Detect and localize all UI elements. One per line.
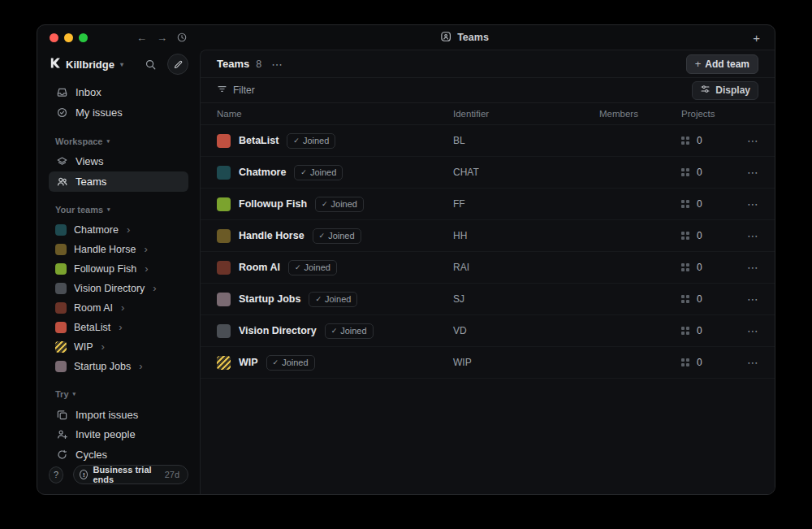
row-menu-icon[interactable]: ⋯ — [747, 134, 758, 147]
display-button[interactable]: Display — [692, 81, 758, 100]
sidebar-item-my-issues[interactable]: My issues — [49, 102, 188, 123]
window-controls — [50, 33, 88, 42]
joined-label: Joined — [325, 294, 351, 304]
sidebar-item-label: Views — [76, 155, 103, 167]
joined-badge: ✓ Joined — [313, 228, 361, 244]
team-icon — [217, 356, 231, 370]
chevron-down-icon: ▾ — [73, 391, 76, 397]
teams-count: 8 — [256, 59, 261, 70]
sidebar-team-item[interactable]: Chatmore › — [49, 220, 188, 240]
sidebar-team-item[interactable]: Startup Jobs › — [49, 357, 188, 376]
sidebar-team-item[interactable]: Room AI › — [49, 298, 188, 318]
chevron-down-icon: ▾ — [107, 206, 110, 213]
sidebar-item-import-issues[interactable]: Import issues — [49, 405, 188, 425]
table-row[interactable]: Followup Fish ✓ Joined FF 0 ⋯ — [201, 189, 775, 220]
table-row[interactable]: Startup Jobs ✓ Joined SJ 0 ⋯ — [201, 284, 775, 315]
team-icon — [55, 244, 67, 255]
chevron-right-icon: › — [119, 322, 122, 332]
table-row[interactable]: Vision Directory ✓ Joined VD 0 ⋯ — [201, 315, 775, 347]
main-panel: Teams 8 ⋯ + Add team Filter — [200, 50, 775, 494]
sidebar-item-label: Cycles — [76, 449, 107, 461]
team-identifier: HH — [453, 230, 599, 241]
trial-days: 27d — [165, 470, 179, 479]
team-icon — [55, 341, 67, 353]
projects-count: 0 — [697, 230, 702, 241]
new-view-button[interactable]: + — [753, 31, 760, 45]
table-header: Name Identifier Members Projects — [201, 103, 775, 125]
add-team-button[interactable]: + Add team — [686, 54, 758, 74]
compose-button[interactable] — [167, 54, 188, 75]
table-row[interactable]: WIP ✓ Joined WIP 0 ⋯ — [201, 347, 775, 379]
sidebar-item-invite-people[interactable]: Invite people — [49, 425, 188, 445]
sidebar-team-item[interactable]: BetaList › — [49, 318, 188, 337]
sidebar: Killbridge ▾ Inbox — [37, 50, 200, 494]
team-icon — [55, 263, 67, 275]
team-label: Startup Jobs — [74, 361, 131, 372]
check-icon: ✓ — [300, 168, 307, 176]
minimize-button[interactable] — [64, 33, 73, 42]
help-button[interactable]: ? — [49, 466, 63, 483]
forward-button[interactable]: → — [157, 32, 167, 44]
sidebar-team-item[interactable]: WIP › — [49, 337, 188, 357]
team-name: WIP — [239, 357, 258, 368]
sidebar-item-teams[interactable]: Teams — [49, 171, 188, 192]
cycles-icon — [55, 449, 68, 461]
page-header: Teams 8 ⋯ + Add team — [201, 50, 775, 78]
workspace-switcher[interactable]: Killbridge ▾ — [49, 57, 123, 72]
section-header-workspace[interactable]: Workspace ▾ — [49, 134, 188, 148]
more-options-icon[interactable]: ⋯ — [271, 58, 283, 71]
column-members: Members — [599, 109, 681, 119]
team-identifier: BL — [453, 135, 599, 146]
joined-badge: ✓ Joined — [294, 165, 343, 180]
table-row[interactable]: Handle Horse ✓ Joined HH 0 ⋯ — [201, 220, 775, 252]
joined-badge: ✓ Joined — [266, 355, 315, 371]
projects-icon — [681, 358, 689, 366]
section-header-try[interactable]: Try ▾ — [49, 388, 188, 401]
sidebar-item-cycles[interactable]: Cycles — [49, 444, 188, 465]
joined-badge: ✓ Joined — [325, 323, 374, 339]
sidebar-team-item[interactable]: Followup Fish › — [49, 259, 188, 279]
team-name: Chatmore — [239, 167, 286, 178]
back-button[interactable]: ← — [136, 32, 147, 44]
row-menu-icon[interactable]: ⋯ — [747, 197, 758, 210]
trial-badge[interactable]: ! Business trial ends 27d — [73, 465, 188, 484]
sidebar-item-label: Inbox — [76, 86, 102, 98]
joined-badge: ✓ Joined — [315, 197, 364, 212]
sidebar-team-item[interactable]: Handle Horse › — [49, 240, 188, 259]
row-menu-icon[interactable]: ⋯ — [747, 324, 758, 337]
team-name: Handle Horse — [239, 230, 304, 241]
check-icon: ✓ — [295, 263, 301, 271]
search-icon[interactable] — [142, 56, 159, 73]
row-menu-icon[interactable]: ⋯ — [747, 229, 758, 242]
section-header-your-teams[interactable]: Your teams ▾ — [49, 203, 188, 217]
history-icon[interactable] — [176, 32, 188, 46]
sidebar-item-views[interactable]: Views — [49, 151, 188, 171]
column-name: Name — [217, 109, 453, 119]
close-button[interactable] — [50, 33, 58, 42]
team-icon — [217, 134, 231, 148]
team-icon — [55, 302, 67, 314]
table-row[interactable]: BetaList ✓ Joined BL 0 ⋯ — [201, 125, 775, 157]
check-icon: ✓ — [315, 295, 322, 303]
table-row[interactable]: Room AI ✓ Joined RAI 0 ⋯ — [201, 252, 775, 284]
sidebar-item-inbox[interactable]: Inbox — [49, 83, 188, 103]
zoom-button[interactable] — [79, 33, 88, 42]
row-menu-icon[interactable]: ⋯ — [747, 293, 758, 306]
invite-person-icon — [55, 428, 68, 440]
row-menu-icon[interactable]: ⋯ — [747, 166, 758, 179]
check-icon: ✓ — [322, 200, 328, 208]
chevron-right-icon: › — [139, 361, 142, 371]
trial-text: Business trial ends — [93, 465, 159, 484]
filter-button[interactable]: Filter — [217, 84, 255, 97]
projects-icon — [681, 327, 689, 335]
teams-icon — [55, 176, 68, 188]
row-menu-icon[interactable]: ⋯ — [747, 261, 758, 274]
display-settings-icon — [700, 84, 710, 97]
team-icon — [55, 283, 67, 294]
chevron-right-icon: › — [102, 341, 105, 352]
sidebar-team-item[interactable]: Vision Directory › — [49, 279, 188, 298]
table-row[interactable]: Chatmore ✓ Joined CHAT 0 ⋯ — [201, 157, 775, 189]
projects-icon — [681, 295, 689, 303]
chevron-down-icon: ▾ — [120, 61, 123, 68]
row-menu-icon[interactable]: ⋯ — [747, 356, 758, 369]
